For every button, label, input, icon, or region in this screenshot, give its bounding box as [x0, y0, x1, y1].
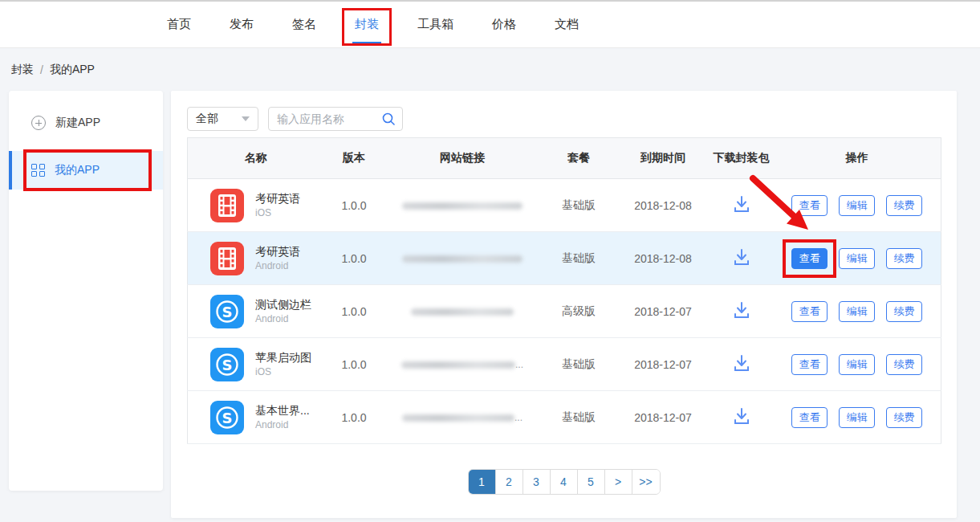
app-name: 基本世界... [255, 403, 310, 418]
table-header-row: 名称 版本 网站链接 套餐 到期时间 下载封装包 操作 [188, 138, 941, 179]
edit-button[interactable]: 编辑 [839, 407, 875, 428]
app-name: 测试侧边栏 [255, 297, 311, 312]
pagination: 1 2 3 4 5 > >> [187, 469, 941, 495]
renew-button[interactable]: 续费 [886, 195, 922, 216]
view-button[interactable]: 查看 [791, 354, 828, 375]
app-plan: 基础版 [541, 179, 617, 232]
view-button[interactable]: 查看 [791, 301, 828, 322]
nav-item-package-label: 封装 [355, 17, 379, 32]
app-expire: 2018-12-08 [617, 232, 710, 285]
view-button[interactable]: 查看 [791, 195, 828, 216]
table-row: S 苹果启动图 iOS 1.0.0 ... 基础版 2018-12-07 [188, 338, 941, 391]
plus-circle-icon [31, 116, 46, 130]
app-link-masked [384, 232, 541, 285]
app-expire: 2018-12-07 [617, 338, 710, 391]
search-input[interactable] [277, 112, 381, 125]
download-icon[interactable] [731, 406, 752, 426]
nav-item-sign[interactable]: 签名 [292, 2, 316, 48]
page-next-button[interactable]: > [605, 470, 632, 494]
app-name: 考研英语 [255, 244, 300, 259]
grid-icon [31, 164, 45, 177]
filter-dropdown[interactable]: 全部 [187, 107, 258, 131]
col-header-expire: 到期时间 [617, 138, 710, 179]
new-app-label: 新建APP [55, 116, 100, 130]
nav-item-docs[interactable]: 文档 [555, 2, 579, 48]
view-button[interactable]: 查看 [791, 407, 828, 428]
search-box [268, 107, 403, 131]
renew-button[interactable]: 续费 [886, 301, 922, 322]
view-button-active[interactable]: 查看 [791, 248, 828, 269]
filter-dropdown-value: 全部 [196, 112, 218, 126]
sidebar-item-my-app[interactable]: 我的APP [9, 151, 163, 190]
app-link-masked: ... [384, 391, 541, 444]
download-icon[interactable] [731, 353, 752, 373]
toolbar: 全部 [187, 107, 941, 131]
app-plan: 基础版 [541, 338, 617, 391]
page-button-3[interactable]: 3 [523, 470, 551, 494]
table-row: S 测试侧边栏 Android 1.0.0 高级版 2018-12-07 [188, 285, 941, 338]
renew-button[interactable]: 续费 [886, 248, 922, 269]
nav-item-package[interactable]: 封装 [355, 2, 379, 48]
table-row: S 基本世界... Android 1.0.0 ... 基础版 2018-12-… [188, 391, 941, 444]
app-version: 1.0.0 [324, 179, 384, 232]
app-expire: 2018-12-08 [617, 179, 710, 232]
top-navigation: 首页 发布 签名 封装 工具箱 价格 文档 [0, 2, 980, 48]
sidebar: 新建APP 我的APP [9, 91, 163, 491]
nav-item-publish[interactable]: 发布 [230, 2, 254, 48]
col-header-download: 下载封装包 [710, 138, 774, 179]
app-link-masked [384, 179, 541, 232]
nav-item-price[interactable]: 价格 [492, 2, 516, 48]
col-header-name: 名称 [188, 138, 324, 179]
app-platform: iOS [255, 365, 311, 378]
nav-item-home[interactable]: 首页 [167, 2, 191, 48]
breadcrumb-section[interactable]: 封装 [11, 63, 34, 77]
apps-table: 名称 版本 网站链接 套餐 到期时间 下载封装包 操作 [187, 137, 941, 444]
app-plan: 高级版 [541, 285, 617, 338]
app-version: 1.0.0 [324, 391, 384, 444]
app-expire: 2018-12-07 [617, 285, 710, 338]
table-row: 考研英语 iOS 1.0.0 基础版 2018-12-08 [188, 179, 941, 232]
app-plan: 基础版 [541, 391, 617, 444]
app-link-masked [384, 285, 541, 338]
edit-button[interactable]: 编辑 [839, 195, 875, 216]
film-app-icon [210, 242, 244, 275]
download-icon[interactable] [731, 247, 752, 267]
table-row-highlighted: 考研英语 Android 1.0.0 基础版 2018-12-08 [188, 232, 941, 285]
sidebar-item-new-app[interactable]: 新建APP [9, 108, 163, 137]
nav-item-toolbox[interactable]: 工具箱 [417, 2, 453, 48]
page-button-2[interactable]: 2 [496, 470, 523, 494]
edit-button[interactable]: 编辑 [839, 301, 875, 322]
s-logo-app-icon: S [210, 401, 244, 434]
app-expire: 2018-12-07 [617, 391, 710, 444]
my-app-label: 我的APP [55, 163, 100, 177]
renew-button[interactable]: 续费 [886, 407, 922, 428]
col-header-version: 版本 [324, 138, 384, 179]
download-icon[interactable] [731, 300, 752, 320]
app-version: 1.0.0 [324, 285, 384, 338]
page-last-button[interactable]: >> [632, 470, 660, 494]
app-platform: iOS [255, 206, 300, 219]
app-version: 1.0.0 [324, 232, 384, 285]
edit-button[interactable]: 编辑 [839, 248, 875, 269]
breadcrumb-separator: / [40, 63, 43, 76]
renew-button[interactable]: 续费 [886, 354, 922, 375]
s-logo-app-icon: S [210, 348, 244, 381]
search-icon[interactable] [381, 112, 396, 126]
breadcrumb-page: 我的APP [50, 63, 95, 77]
svg-text:S: S [222, 356, 233, 373]
page-button-5[interactable]: 5 [578, 470, 605, 494]
edit-button[interactable]: 编辑 [839, 354, 875, 375]
app-platform: Android [255, 312, 311, 325]
download-icon[interactable] [731, 194, 752, 214]
breadcrumb: 封装 / 我的APP [0, 48, 980, 91]
app-platform: Android [255, 259, 300, 272]
chevron-down-icon [242, 116, 250, 121]
app-link-masked: ... [384, 338, 541, 391]
film-app-icon [210, 189, 244, 222]
page-button-4[interactable]: 4 [551, 470, 578, 494]
app-name: 考研英语 [255, 191, 300, 206]
page-button-1[interactable]: 1 [469, 470, 496, 494]
app-platform: Android [255, 418, 310, 431]
col-header-plan: 套餐 [541, 138, 617, 179]
main-panel: 全部 名称 版本 网站链接 套餐 [171, 91, 957, 518]
